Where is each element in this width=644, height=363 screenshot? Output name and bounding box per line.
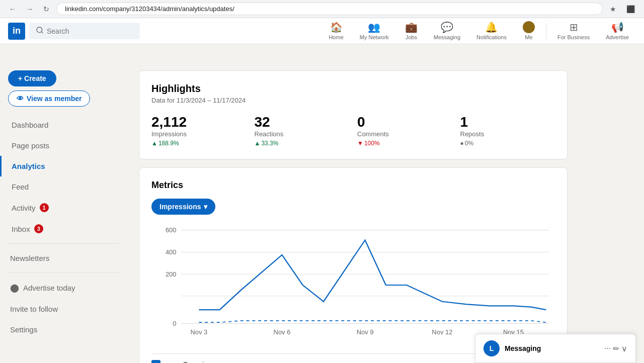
highlight-comments: 0 Comments ▼ 100% (357, 114, 452, 147)
highlights-grid: 2,112 Impressions ▲ 188.9% 32 Reactions … (151, 114, 555, 147)
sidebar: + Create 👁 View as member Dashboard Page… (0, 62, 127, 363)
svg-text:0: 0 (173, 320, 176, 327)
highlights-card: Highlights Data for 11/3/2024 – 11/17/20… (139, 70, 568, 159)
forward-button[interactable]: → (23, 4, 36, 14)
svg-text:Nov 9: Nov 9 (357, 329, 374, 336)
nav-me[interactable]: Me (516, 17, 542, 45)
me-icon (523, 21, 535, 33)
analytics-label: Analytics (12, 162, 45, 170)
highlight-impressions: 2,112 Impressions ▲ 188.9% (151, 114, 247, 147)
svg-point-0 (37, 27, 42, 33)
messaging-actions: ··· ✏ ∨ (604, 344, 627, 353)
svg-text:Nov 3: Nov 3 (190, 329, 207, 336)
reload-button[interactable]: ↻ (40, 4, 52, 14)
sidebar-divider-2 (8, 273, 119, 273)
sidebar-item-advertise-today[interactable]: ⬤ Advertise today (0, 277, 127, 299)
sidebar-nav: Dashboard Page posts Analytics Feed Acti… (0, 115, 127, 239)
messaging-collapse-button[interactable]: ∨ (621, 344, 627, 353)
sidebar-item-page-posts[interactable]: Page posts (0, 135, 127, 156)
reposts-change: ● 0% (460, 140, 555, 147)
messaging-widget: L Messaging ··· ✏ ∨ (475, 334, 636, 363)
comments-label: Comments (357, 130, 452, 138)
main-content: Highlights Data for 11/3/2024 – 11/17/20… (127, 62, 580, 363)
nav-me-label: Me (525, 34, 532, 40)
url-text: linkedin.com/company/31203434/admin/anal… (65, 5, 234, 13)
messaging-avatar: L (484, 340, 500, 356)
sidebar-item-settings[interactable]: Settings (0, 319, 127, 340)
svg-text:600: 600 (166, 227, 177, 234)
highlight-reactions: 32 Reactions ▲ 33.3% (255, 114, 350, 147)
nav-divider (546, 23, 546, 39)
nav-notifications[interactable]: 🔔 Notifications (469, 17, 514, 45)
reposts-label: Reposts (460, 130, 555, 138)
extensions-button[interactable]: ⬛ (623, 4, 638, 14)
comments-change: ▼ 100% (357, 140, 452, 147)
newsletters-label: Newsletters (10, 254, 49, 262)
messaging-header[interactable]: L Messaging ··· ✏ ∨ (475, 334, 635, 363)
reactions-value: 32 (255, 114, 350, 130)
bookmark-button[interactable]: ★ (607, 4, 619, 14)
organic-line (199, 240, 546, 310)
svg-text:200: 200 (166, 271, 177, 278)
for-business-icon: ⊞ (570, 21, 578, 33)
advertise-today-label: Advertise today (23, 284, 75, 292)
sidebar-item-dashboard[interactable]: Dashboard (0, 115, 127, 135)
comments-value: 0 (357, 114, 452, 130)
activity-label: Activity (12, 204, 36, 212)
messaging-more-button[interactable]: ··· (604, 344, 611, 353)
sidebar-item-activity[interactable]: Activity 1 (0, 197, 127, 218)
main-nav: 🏠 Home 👥 My Network 💼 Jobs 💬 Messaging 🔔… (321, 17, 636, 45)
feed-label: Feed (12, 183, 29, 191)
view-member-button[interactable]: 👁 View as member (8, 90, 90, 107)
nav-messaging[interactable]: 💬 Messaging (427, 17, 467, 45)
sidebar-item-feed[interactable]: Feed (0, 176, 127, 197)
create-button[interactable]: + Create (8, 70, 56, 86)
settings-label: Settings (10, 325, 37, 334)
my-network-icon: 👥 (368, 21, 380, 33)
sidebar-actions: + Create 👁 View as member (0, 70, 127, 115)
highlight-reposts: 1 Reposts ● 0% (460, 114, 555, 147)
reposts-arrow-icon: ● (460, 140, 464, 147)
sidebar-item-invite-to-follow[interactable]: Invite to follow (0, 299, 127, 319)
organic-checkbox[interactable]: ✓ (151, 360, 160, 363)
sponsored-line (199, 321, 546, 322)
sidebar-item-inbox[interactable]: Inbox 3 (0, 218, 127, 239)
dashboard-label: Dashboard (12, 121, 48, 129)
impressions-label: Impressions (151, 130, 247, 138)
checkmark-icon: ✓ (153, 361, 158, 363)
page-scrollbar[interactable] (580, 62, 584, 363)
nav-for-business[interactable]: ⊞ For Business (550, 17, 597, 45)
nav-my-network[interactable]: 👥 My Network (353, 17, 396, 45)
back-button[interactable]: ← (6, 4, 19, 14)
svg-text:Nov 6: Nov 6 (274, 329, 291, 336)
jobs-icon: 💼 (405, 21, 418, 33)
highlights-title: Highlights (151, 83, 555, 95)
sidebar-item-analytics[interactable]: Analytics (0, 156, 127, 176)
sidebar-divider-1 (8, 243, 119, 244)
home-icon: 🏠 (330, 21, 343, 33)
nav-jobs[interactable]: 💼 Jobs (398, 17, 425, 45)
search-input[interactable] (47, 27, 133, 35)
highlights-date: Data for 11/3/2024 – 11/17/2024 (151, 97, 555, 104)
linkedin-logo: in (8, 23, 25, 40)
impressions-value: 2,112 (151, 114, 247, 130)
nav-jobs-label: Jobs (406, 34, 417, 40)
nav-advertise[interactable]: 📢 Advertise (599, 17, 636, 45)
reactions-arrow-icon: ▲ (255, 140, 261, 147)
impressions-dropdown-button[interactable]: Impressions ▾ (151, 199, 215, 215)
page-posts-label: Page posts (12, 141, 49, 150)
nav-home[interactable]: 🏠 Home (321, 17, 350, 45)
url-bar[interactable]: linkedin.com/company/31203434/admin/anal… (56, 3, 603, 15)
activity-badge: 1 (40, 203, 49, 212)
reposts-value: 1 (460, 114, 555, 130)
sidebar-item-newsletters[interactable]: Newsletters (0, 248, 127, 268)
inbox-badge: 3 (34, 224, 43, 233)
nav-my-network-label: My Network (360, 34, 389, 40)
messaging-compose-button[interactable]: ✏ (613, 344, 619, 353)
inbox-label: Inbox (12, 225, 30, 233)
view-member-icon: 👁 (17, 95, 24, 103)
comments-arrow-icon: ▼ (357, 140, 363, 147)
search-box[interactable] (29, 23, 140, 39)
svg-text:400: 400 (166, 249, 177, 255)
advertise-today-icon: ⬤ (10, 283, 19, 293)
